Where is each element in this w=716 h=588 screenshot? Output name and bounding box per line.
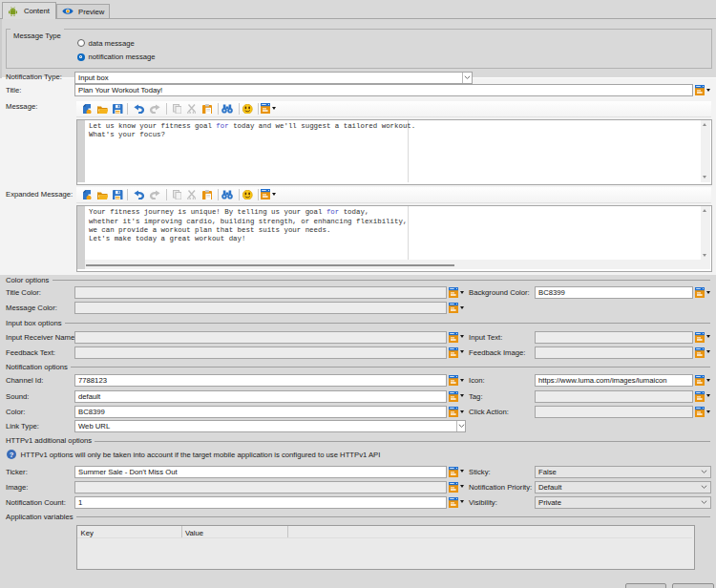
svg-text:?: ? (10, 451, 14, 459)
